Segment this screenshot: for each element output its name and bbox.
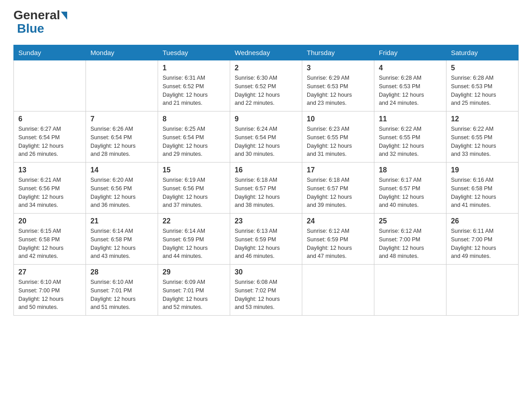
day-info-text: Sunset: 6:54 PM [235,133,297,142]
day-info-text: Sunset: 6:56 PM [163,184,225,193]
day-info-text: Sunset: 7:00 PM [379,235,442,244]
calendar-cell: 18Sunrise: 6:17 AMSunset: 6:57 PMDayligh… [374,163,446,214]
day-info-text: Daylight: 12 hours [307,244,369,253]
calendar-cell: 26Sunrise: 6:11 AMSunset: 7:00 PMDayligh… [446,214,519,265]
calendar-cell: 17Sunrise: 6:18 AMSunset: 6:57 PMDayligh… [302,163,374,214]
calendar-cell: 12Sunrise: 6:22 AMSunset: 6:55 PMDayligh… [446,111,519,163]
day-info-text: Sunrise: 6:18 AM [307,176,369,184]
day-number: 13 [18,166,81,174]
calendar-cell: 13Sunrise: 6:21 AMSunset: 6:56 PMDayligh… [14,163,86,214]
day-info-text: and 37 minutes. [163,201,225,210]
day-info-text: and 47 minutes. [307,252,369,261]
day-number: 21 [90,217,153,225]
day-info-text: and 51 minutes. [90,303,153,312]
calendar-cell: 19Sunrise: 6:16 AMSunset: 6:58 PMDayligh… [446,163,519,214]
logo: General Blue [13,9,67,36]
day-info-text: Daylight: 12 hours [307,193,369,201]
day-info-text: Sunset: 6:52 PM [163,82,225,91]
day-info-text: and 43 minutes. [90,252,153,261]
day-info-text: Sunrise: 6:26 AM [90,125,153,133]
day-number: 25 [379,217,442,225]
day-number: 20 [18,217,81,225]
calendar-cell: 29Sunrise: 6:09 AMSunset: 7:01 PMDayligh… [158,265,230,316]
day-info-text: Daylight: 12 hours [379,91,442,99]
day-info-text: Daylight: 12 hours [90,295,153,304]
day-info-text: Sunrise: 6:11 AM [451,227,514,235]
day-number: 6 [18,115,81,123]
day-info-text: Daylight: 12 hours [235,295,297,304]
day-info-text: Sunrise: 6:29 AM [307,74,369,82]
day-info-text: and 53 minutes. [235,303,297,312]
day-info-text: and 24 minutes. [379,99,442,107]
day-info-text: Daylight: 12 hours [451,244,514,253]
weekday-header-tuesday: Tuesday [158,45,230,60]
calendar-cell [302,265,374,316]
day-number: 24 [307,217,369,225]
day-info-text: Daylight: 12 hours [235,244,297,253]
day-info-text: Sunset: 7:01 PM [90,287,153,295]
day-info-text: Sunset: 6:53 PM [379,82,442,91]
day-number: 29 [163,268,225,276]
day-info-text: and 40 minutes. [379,201,442,210]
day-info-text: Sunset: 6:55 PM [451,133,514,142]
day-info-text: Sunset: 7:00 PM [18,287,81,295]
day-info-text: Daylight: 12 hours [18,244,81,253]
day-number: 19 [451,166,514,174]
day-info-text: and 33 minutes. [451,150,514,158]
calendar-cell: 8Sunrise: 6:25 AMSunset: 6:54 PMDaylight… [158,111,230,163]
day-info-text: Sunset: 6:54 PM [163,133,225,142]
day-number: 15 [163,166,225,174]
calendar-cell: 24Sunrise: 6:12 AMSunset: 6:59 PMDayligh… [302,214,374,265]
weekday-header-saturday: Saturday [446,45,519,60]
calendar-cell: 14Sunrise: 6:20 AMSunset: 6:56 PMDayligh… [86,163,158,214]
day-info-text: Daylight: 12 hours [451,193,514,201]
day-info-text: and 31 minutes. [307,150,369,158]
calendar-table: SundayMondayTuesdayWednesdayThursdayFrid… [13,45,519,316]
day-info-text: and 28 minutes. [90,150,153,158]
day-info-text: Sunset: 6:52 PM [235,82,297,91]
calendar-cell [14,60,86,111]
day-number: 18 [379,166,442,174]
day-info-text: Sunrise: 6:23 AM [307,125,369,133]
day-info-text: and 48 minutes. [379,252,442,261]
calendar-cell: 2Sunrise: 6:30 AMSunset: 6:52 PMDaylight… [230,60,302,111]
day-number: 10 [307,115,369,123]
day-info-text: Daylight: 12 hours [18,193,81,201]
day-number: 14 [90,166,153,174]
day-info-text: Daylight: 12 hours [18,295,81,304]
day-info-text: and 23 minutes. [307,99,369,107]
calendar-cell: 1Sunrise: 6:31 AMSunset: 6:52 PMDaylight… [158,60,230,111]
day-info-text: Sunrise: 6:13 AM [235,227,297,235]
day-info-text: Sunset: 7:02 PM [235,287,297,295]
calendar-cell: 4Sunrise: 6:28 AMSunset: 6:53 PMDaylight… [374,60,446,111]
day-info-text: Sunset: 6:56 PM [18,184,81,193]
day-info-text: Sunrise: 6:14 AM [163,227,225,235]
calendar-cell: 20Sunrise: 6:15 AMSunset: 6:58 PMDayligh… [14,214,86,265]
calendar-cell: 15Sunrise: 6:19 AMSunset: 6:56 PMDayligh… [158,163,230,214]
calendar-cell: 16Sunrise: 6:18 AMSunset: 6:57 PMDayligh… [230,163,302,214]
day-number: 2 [235,64,297,72]
day-info-text: Sunrise: 6:17 AM [379,176,442,184]
day-info-text: and 32 minutes. [379,150,442,158]
day-info-text: Sunrise: 6:31 AM [163,74,225,82]
day-info-text: Daylight: 12 hours [90,193,153,201]
day-info-text: Daylight: 12 hours [235,142,297,150]
day-info-text: Daylight: 12 hours [235,91,297,99]
day-info-text: Sunrise: 6:30 AM [235,74,297,82]
day-info-text: Daylight: 12 hours [163,193,225,201]
calendar-cell: 25Sunrise: 6:12 AMSunset: 7:00 PMDayligh… [374,214,446,265]
calendar-cell: 27Sunrise: 6:10 AMSunset: 7:00 PMDayligh… [14,265,86,316]
day-info-text: Daylight: 12 hours [307,142,369,150]
day-info-text: Sunset: 6:57 PM [307,184,369,193]
day-info-text: Daylight: 12 hours [307,91,369,99]
day-info-text: Sunrise: 6:10 AM [90,278,153,287]
day-info-text: Sunrise: 6:10 AM [18,278,81,287]
day-info-text: Sunset: 6:59 PM [235,235,297,244]
week-row-3: 13Sunrise: 6:21 AMSunset: 6:56 PMDayligh… [14,163,519,214]
day-number: 3 [307,64,369,72]
day-info-text: Sunrise: 6:19 AM [163,176,225,184]
calendar-cell [86,60,158,111]
day-number: 17 [307,166,369,174]
day-number: 23 [235,217,297,225]
day-info-text: Sunset: 7:01 PM [163,287,225,295]
